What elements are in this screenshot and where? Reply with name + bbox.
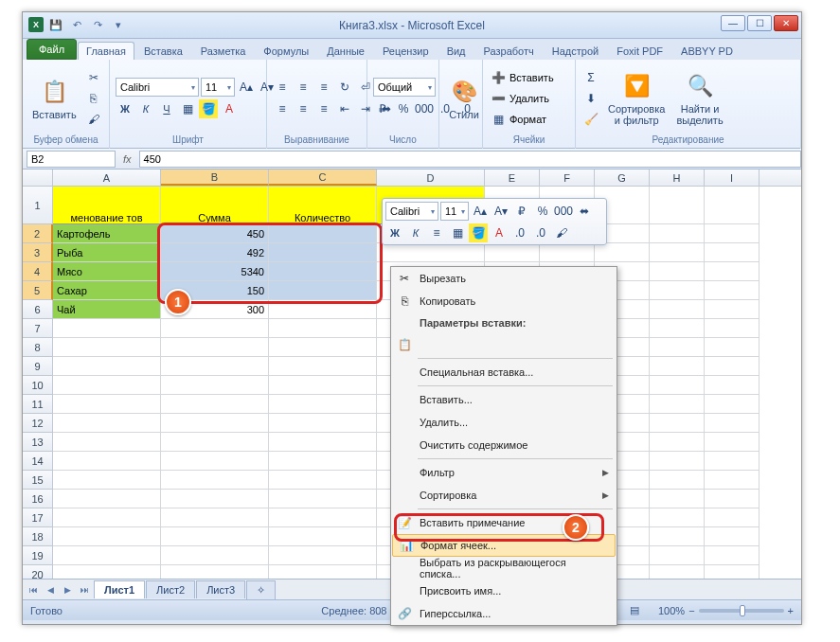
cell[interactable] [540, 243, 595, 262]
redo-icon[interactable]: ↷ [89, 16, 106, 33]
cell[interactable] [161, 433, 269, 452]
underline-button[interactable]: Ч [157, 99, 176, 118]
cell[interactable] [705, 281, 760, 300]
tab-insert[interactable]: Вставка [135, 42, 191, 60]
ctx-filter[interactable]: Фильтр▶ [391, 461, 617, 484]
cell[interactable] [161, 338, 269, 357]
font-size-combo[interactable]: 11 [201, 78, 235, 97]
close-button[interactable]: ✕ [774, 15, 798, 31]
cell[interactable] [650, 300, 705, 319]
cell[interactable] [269, 357, 377, 376]
maximize-button[interactable]: ☐ [747, 15, 772, 31]
mini-size-combo[interactable]: 11 [440, 202, 469, 221]
ctx-insert[interactable]: Вставить... [391, 388, 617, 411]
autosum-icon[interactable]: Σ [581, 68, 600, 87]
mini-format-painter-icon[interactable]: 🖌 [552, 223, 571, 242]
ctx-paste-special[interactable]: Специальная вставка... [391, 361, 617, 383]
cell[interactable] [269, 546, 377, 565]
cell[interactable] [53, 395, 161, 414]
ctx-clear[interactable]: Очистить содержимое [391, 434, 617, 456]
cell[interactable] [53, 546, 161, 565]
row-header[interactable]: 1 [23, 187, 53, 224]
mini-font-combo[interactable]: Calibri [385, 202, 438, 221]
save-icon[interactable]: 💾 [47, 16, 64, 33]
cell[interactable] [650, 262, 705, 281]
cell[interactable] [269, 433, 377, 452]
cell[interactable] [269, 527, 377, 546]
row-header[interactable]: 13 [23, 433, 53, 452]
cell[interactable] [705, 300, 760, 319]
fill-icon[interactable]: ⬇ [581, 89, 600, 108]
cell[interactable] [269, 395, 377, 414]
cell[interactable] [269, 338, 377, 357]
cell[interactable]: 5340 [161, 262, 269, 281]
cell[interactable] [650, 452, 705, 471]
mini-currency-icon[interactable]: ₽ [512, 202, 531, 221]
cell[interactable] [650, 527, 705, 546]
cell[interactable] [161, 414, 269, 433]
cell[interactable] [269, 262, 377, 281]
cell[interactable] [53, 565, 161, 579]
delete-cells-icon[interactable]: ➖ [489, 89, 508, 108]
cell[interactable] [269, 414, 377, 433]
cell[interactable]: 492 [161, 243, 269, 262]
select-all-corner[interactable] [23, 169, 53, 186]
cell[interactable] [53, 319, 161, 338]
sheet-nav-prev[interactable]: ◀ [42, 581, 59, 598]
zoom-slider[interactable] [699, 609, 784, 613]
cell[interactable] [705, 224, 760, 243]
cell[interactable] [705, 527, 760, 546]
ctx-delete[interactable]: Удалить... [391, 411, 617, 434]
cell[interactable] [650, 471, 705, 490]
cell[interactable] [161, 471, 269, 490]
cell[interactable] [705, 546, 760, 565]
align-bottom-icon[interactable]: ≡ [314, 78, 333, 97]
cell[interactable] [705, 508, 760, 527]
row-header[interactable]: 4 [23, 262, 53, 281]
cell[interactable]: менование тов [53, 187, 161, 224]
mini-border-icon[interactable]: ▦ [448, 223, 467, 242]
cell[interactable]: Мясо [53, 262, 161, 281]
sort-filter-button[interactable]: 🔽Сортировка и фильтр [604, 69, 669, 128]
tab-abbyy[interactable]: ABBYY PD [672, 42, 742, 60]
cell[interactable] [161, 508, 269, 527]
sheet-nav-last[interactable]: ⏭ [76, 581, 93, 598]
col-header[interactable]: C [269, 169, 377, 186]
cell[interactable] [161, 452, 269, 471]
mini-fill-icon[interactable]: 🪣 [469, 223, 488, 242]
insert-cells-button[interactable]: Вставить [509, 72, 554, 83]
format-painter-icon[interactable]: 🖌 [84, 110, 103, 129]
cell[interactable]: Сумма [161, 187, 269, 224]
find-select-button[interactable]: 🔍Найти и выделить [672, 69, 726, 128]
cell[interactable] [705, 414, 760, 433]
view-pagebreak-icon[interactable]: ▤ [630, 604, 639, 616]
tab-developer[interactable]: Разработч [475, 42, 543, 60]
col-header[interactable]: G [595, 169, 650, 186]
cell[interactable] [595, 243, 650, 262]
sheet-tab[interactable]: Лист1 [94, 580, 145, 598]
col-header[interactable]: E [485, 169, 540, 186]
ctx-define-name[interactable]: Присвоить имя... [391, 580, 617, 602]
cell[interactable] [53, 433, 161, 452]
tab-addins[interactable]: Надстрой [544, 42, 607, 60]
cell[interactable] [705, 376, 760, 395]
cell[interactable] [53, 508, 161, 527]
col-header[interactable]: A [53, 169, 161, 186]
cell[interactable] [650, 281, 705, 300]
ctx-pick-from-list[interactable]: Выбрать из раскрывающегося списка... [391, 557, 617, 580]
row-header[interactable]: 19 [23, 546, 53, 565]
cell[interactable] [650, 395, 705, 414]
cell[interactable] [269, 376, 377, 395]
cell[interactable]: 450 [161, 224, 269, 243]
cell[interactable] [705, 338, 760, 357]
cell[interactable] [161, 527, 269, 546]
cell[interactable] [705, 471, 760, 490]
mini-font-color-icon[interactable]: A [490, 223, 509, 242]
number-format-combo[interactable]: Общий [373, 78, 436, 97]
cell[interactable] [269, 281, 377, 300]
sheet-nav-next[interactable]: ▶ [59, 581, 76, 598]
cell[interactable] [53, 452, 161, 471]
orientation-icon[interactable]: ↻ [335, 78, 354, 97]
tab-home[interactable]: Главная [78, 42, 134, 60]
mini-bold-button[interactable]: Ж [385, 223, 404, 242]
